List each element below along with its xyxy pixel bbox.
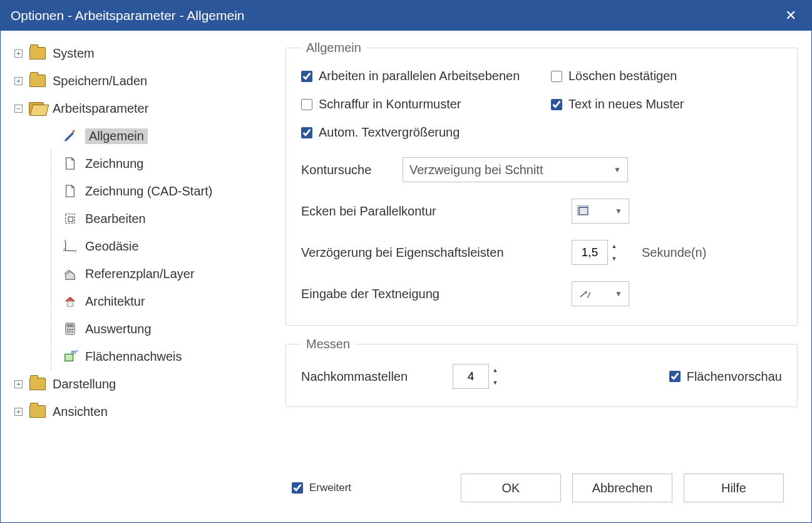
contour-search-label: Kontursuche [301, 163, 389, 177]
svg-text:z: z [63, 247, 65, 252]
expand-icon[interactable]: + [14, 49, 23, 58]
tree-item-workparam[interactable]: − Arbeitsparameter [14, 95, 279, 122]
spin-down-icon[interactable]: ▼ [489, 376, 501, 389]
tree-item-refplan[interactable]: Referenzplan/Layer [61, 260, 279, 287]
selection-icon [61, 210, 79, 227]
decimals-input[interactable] [453, 364, 489, 389]
chevron-down-icon: ▼ [615, 289, 622, 298]
svg-rect-5 [67, 301, 73, 306]
svg-rect-7 [67, 324, 74, 328]
tree-item-views[interactable]: + Ansichten [14, 398, 279, 425]
folder-open-icon [29, 100, 46, 117]
chk-parallel-label: Arbeiten in parallelen Arbeitsebenen [319, 69, 520, 83]
cancel-button[interactable]: Abbrechen [572, 474, 672, 502]
corners-combo[interactable]: ▼ [572, 199, 629, 224]
options-dialog: Optionen - Arbeitsparameter - Allgemein … [0, 0, 812, 523]
tree-item-architecture[interactable]: Architektur [61, 287, 279, 315]
group-general-legend: Allgemein [301, 41, 366, 55]
textangle-combo[interactable]: ↗𝐼 ▼ [572, 281, 629, 306]
tree-item-edit[interactable]: Bearbeiten [61, 205, 279, 232]
chk-hatch-contour[interactable] [301, 99, 312, 110]
group-measure-legend: Messen [301, 337, 355, 351]
page-icon [61, 155, 79, 172]
content-panel: Allgemein Arbeiten in parallelen Arbeits… [285, 31, 811, 522]
chk-extended-label: Erweitert [309, 482, 351, 494]
tree-item-display[interactable]: + Darstellung [14, 370, 279, 398]
calculator-icon [61, 321, 79, 337]
chevron-down-icon: ▼ [614, 165, 621, 174]
pencil-icon [61, 128, 79, 144]
dialog-footer: Erweitert OK Abbrechen Hilfe [285, 467, 798, 516]
house-layer-icon [61, 266, 79, 282]
collapse-icon[interactable]: − [14, 105, 23, 113]
chk-extended[interactable] [292, 482, 303, 494]
close-icon[interactable]: ✕ [780, 8, 801, 24]
help-button[interactable]: Hilfe [684, 474, 784, 502]
svg-point-10 [71, 329, 73, 330]
delay-unit: Sekunde(n) [642, 246, 706, 260]
chk-autozoom-label: Autom. Textvergrößerung [319, 125, 460, 140]
svg-point-13 [71, 331, 73, 332]
tree-item-system[interactable]: + System [14, 39, 279, 67]
expand-icon[interactable]: + [14, 77, 23, 85]
expand-icon[interactable]: + [14, 380, 23, 388]
text-angle-icon: ↗𝐼 [578, 288, 590, 300]
chk-confirm-delete[interactable] [551, 71, 562, 82]
svg-point-11 [67, 331, 68, 332]
chk-area-preview[interactable] [669, 371, 681, 382]
corners-label: Ecken bei Parallelkontur [301, 204, 558, 219]
tree-item-geodesy[interactable]: Yzx Geodäsie [61, 232, 279, 260]
contour-search-combo[interactable]: Verzweigung bei Schnitt ▼ [403, 157, 628, 182]
tree-item-general[interactable]: Allgemein [61, 122, 279, 150]
spin-up-icon[interactable]: ▲ [489, 364, 501, 376]
folder-icon [29, 376, 46, 392]
area-icon: m² [61, 348, 79, 365]
chk-auto-text-zoom[interactable] [301, 127, 312, 138]
tree-item-area[interactable]: m² Flächennachweis [61, 343, 279, 370]
category-tree: + System + Speichern/Laden − Arbeitspara… [1, 31, 285, 522]
chk-delete-label: Löschen bestätigen [568, 69, 677, 83]
contour-search-value: Verzweigung bei Schnitt [409, 163, 543, 177]
chevron-down-icon: ▼ [615, 207, 622, 215]
folder-icon [29, 73, 46, 89]
page-icon [61, 183, 79, 199]
group-measure: Messen Nachkommastellen ▲ ▼ Flächenvorsc… [285, 337, 798, 407]
chk-parallel-planes[interactable] [301, 71, 312, 82]
axis-icon: Yzx [61, 238, 79, 254]
chk-text-new-pattern[interactable] [551, 99, 562, 110]
corner-style-icon [578, 207, 588, 215]
delay-label: Verzögerung bei Eigenschaftsleisten [301, 246, 558, 260]
svg-point-8 [67, 329, 68, 330]
textangle-label: Eingabe der Textneigung [301, 287, 558, 301]
chk-preview-label: Flächenvorschau [687, 370, 782, 384]
expand-icon[interactable]: + [14, 408, 23, 416]
tree-item-evaluation[interactable]: Auswertung [61, 315, 279, 343]
spin-down-icon[interactable]: ▼ [608, 252, 620, 265]
decimals-spinner[interactable]: ▲ ▼ [453, 364, 501, 389]
svg-text:m²: m² [71, 350, 78, 355]
window-title: Optionen - Arbeitsparameter - Allgemein [11, 8, 780, 23]
chk-textnew-label: Text in neues Muster [568, 97, 684, 111]
svg-text:x: x [75, 249, 77, 253]
ok-button[interactable]: OK [461, 474, 561, 502]
group-general: Allgemein Arbeiten in parallelen Arbeits… [285, 41, 798, 326]
chk-hatch-label: Schraffur in Konturmuster [319, 97, 461, 111]
decimals-label: Nachkommastellen [301, 370, 439, 384]
delay-input[interactable] [572, 240, 608, 265]
tree-item-saveload[interactable]: + Speichern/Laden [14, 67, 279, 95]
tree-item-drawing[interactable]: Zeichnung [61, 150, 279, 177]
spin-up-icon[interactable]: ▲ [608, 240, 620, 252]
svg-point-9 [69, 329, 71, 330]
svg-text:Y: Y [64, 239, 67, 244]
folder-icon [29, 45, 46, 61]
svg-point-12 [69, 331, 71, 332]
svg-rect-1 [68, 217, 73, 221]
delay-spinner[interactable]: ▲ ▼ [572, 240, 620, 265]
house-icon [61, 293, 79, 309]
folder-icon [29, 403, 46, 420]
tree-item-drawing-cad[interactable]: Zeichnung (CAD-Start) [61, 177, 279, 205]
titlebar: Optionen - Arbeitsparameter - Allgemein … [1, 1, 811, 31]
